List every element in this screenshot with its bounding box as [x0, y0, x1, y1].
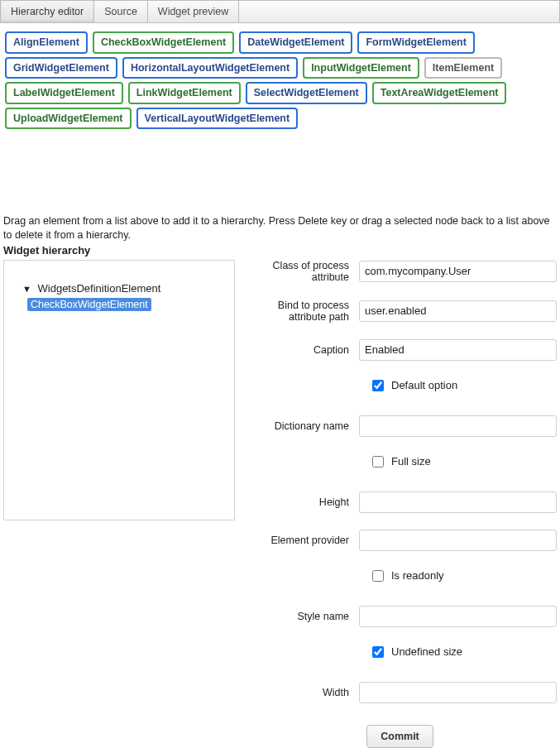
input-class-of-process-attribute[interactable]	[359, 261, 557, 282]
tab-bar: Hierarchy editorSourceWidget preview	[0, 0, 560, 23]
label-style-name: Style name	[243, 611, 359, 622]
input-style-name[interactable]	[359, 606, 557, 627]
tree-child-label: CheckBoxWidgetElement	[27, 298, 151, 311]
palette-chip-InputWidgetElement[interactable]: InputWidgetElement	[303, 57, 419, 79]
tree-child-node[interactable]: CheckBoxWidgetElement	[27, 298, 234, 310]
hierarchy-title: Widget hierarchy	[0, 242, 560, 260]
input-bind-path[interactable]	[359, 300, 557, 322]
tree-expand-icon[interactable]: ▼	[22, 284, 31, 294]
input-dictionary-name[interactable]	[359, 415, 557, 437]
label-class-of-process-attribute: Class of process attribute	[243, 260, 359, 283]
instructions-text: Drag an element from a list above to add…	[0, 213, 560, 242]
checkbox-is-readonly[interactable]	[372, 570, 384, 582]
hierarchy-tree[interactable]: ▼ WidgetsDefinitionElement CheckBoxWidge…	[3, 260, 235, 520]
palette-chip-LabelWidgetElement[interactable]: LabelWidgetElement	[5, 82, 123, 104]
palette-chip-TextAreaWidgetElement[interactable]: TextAreaWidgetElement	[372, 82, 507, 104]
commit-button[interactable]: Commit	[366, 725, 433, 748]
input-caption[interactable]	[359, 339, 557, 361]
element-palette: AlignElementCheckBoxWidgetElementDateWid…	[0, 23, 560, 134]
checkbox-full-size[interactable]	[372, 456, 384, 468]
palette-chip-LinkWidgetElement[interactable]: LinkWidgetElement	[128, 82, 241, 104]
tab-widget-preview[interactable]: Widget preview	[148, 1, 239, 22]
label-is-readonly: Is readonly	[391, 569, 444, 582]
input-width[interactable]	[359, 682, 557, 703]
tree-root-label: WidgetsDefinitionElement	[38, 282, 161, 295]
label-undefined-size: Undefined size	[391, 645, 462, 658]
palette-chip-GridWidgetElement[interactable]: GridWidgetElement	[5, 57, 117, 79]
input-height[interactable]	[359, 491, 557, 513]
label-caption: Caption	[243, 344, 359, 356]
palette-chip-UploadWidgetElement[interactable]: UploadWidgetElement	[5, 108, 132, 130]
palette-chip-ItemElement[interactable]: ItemElement	[424, 57, 502, 79]
properties-form: Class of process attribute Bind to proce…	[235, 260, 557, 748]
palette-chip-DateWidgetElement[interactable]: DateWidgetElement	[239, 31, 352, 54]
palette-chip-SelectWidgetElement[interactable]: SelectWidgetElement	[246, 82, 367, 104]
label-bind-path: Bind to process attribute path	[243, 300, 359, 323]
palette-chip-CheckBoxWidgetElement[interactable]: CheckBoxWidgetElement	[93, 31, 234, 54]
checkbox-default-option[interactable]	[372, 380, 384, 391]
label-default-option: Default option	[391, 379, 457, 391]
label-height: Height	[243, 496, 359, 508]
input-element-provider[interactable]	[359, 530, 557, 551]
palette-chip-HorizontalLayoutWidgetElement[interactable]: HorizontalLayoutWidgetElement	[122, 57, 298, 79]
tree-root-node[interactable]: ▼ WidgetsDefinitionElement	[4, 280, 234, 296]
checkbox-undefined-size[interactable]	[372, 646, 384, 658]
label-width: Width	[243, 687, 359, 698]
palette-chip-AlignElement[interactable]: AlignElement	[5, 31, 88, 54]
palette-chip-VerticalLayoutWidgetElement[interactable]: VerticalLayoutWidgetElement	[136, 108, 299, 130]
tab-source[interactable]: Source	[94, 1, 148, 22]
label-full-size: Full size	[391, 455, 431, 468]
tab-hierarchy-editor[interactable]: Hierarchy editor	[1, 1, 94, 22]
palette-chip-FormWidgetElement[interactable]: FormWidgetElement	[357, 31, 474, 54]
label-element-provider: Element provider	[243, 535, 359, 546]
label-dictionary-name: Dictionary name	[243, 420, 359, 432]
